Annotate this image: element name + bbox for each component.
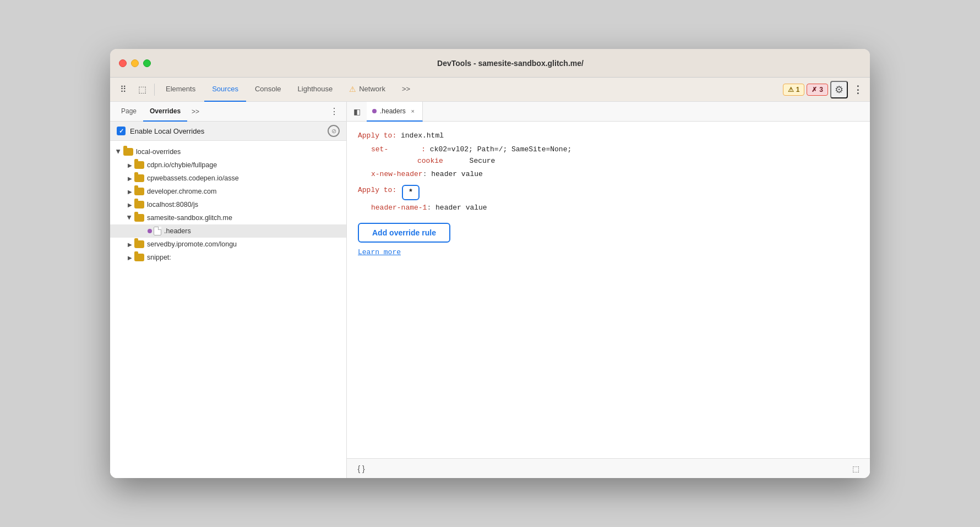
- chevron-right-icon: ▶: [126, 240, 134, 249]
- tab-sources[interactable]: Sources: [204, 78, 246, 102]
- tree-item-snippet[interactable]: ▶ snippet:: [110, 251, 346, 264]
- panel-menu-button[interactable]: ⋮: [326, 104, 342, 119]
- code-colon: :: [427, 202, 435, 214]
- warning-badge-icon: ⚠: [788, 86, 794, 94]
- bottom-bar: { } ⬚: [347, 458, 870, 478]
- tree-item-label: .headers: [164, 227, 346, 235]
- code-line-5: header-name-1 : header value: [371, 202, 859, 214]
- warning-badge[interactable]: ⚠ 1: [783, 84, 805, 96]
- tree-item-label: snippet:: [147, 254, 346, 261]
- code-value: ck02=vl02; Path=/; SameSite=None;: [426, 144, 571, 156]
- format-button[interactable]: { }: [353, 461, 369, 476]
- tree-item-local-overrides[interactable]: ▶ local-overrides: [110, 145, 346, 158]
- error-badge[interactable]: ✗ 3: [807, 84, 828, 96]
- folder-icon: [123, 148, 133, 156]
- traffic-lights: [119, 59, 151, 67]
- tree-item-label: samesite-sandbox.glitch.me: [147, 214, 346, 222]
- block-icon[interactable]: ⊘: [328, 125, 340, 137]
- panel-tabs: Page Overrides >> ⋮: [110, 102, 346, 122]
- maximize-button[interactable]: [143, 59, 151, 67]
- tree-item-label: developer.chrome.com: [147, 188, 346, 195]
- error-badge-icon: ✗: [812, 86, 817, 94]
- network-warning-icon: ⚠: [349, 85, 356, 94]
- selector-icon[interactable]: ⠿: [115, 81, 132, 98]
- enable-overrides-label: Enable Local Overrides: [130, 127, 323, 135]
- modified-dot-icon: [372, 109, 377, 113]
- tree-item-samesite[interactable]: ▶ samesite-sandbox.glitch.me: [110, 211, 346, 224]
- chevron-right-icon: ▶: [126, 187, 134, 196]
- file-tree: ▶ local-overrides ▶ cdpn.io/chybie/fullp…: [110, 141, 346, 478]
- code-value: index.html: [401, 130, 444, 142]
- code-editor[interactable]: Apply to: index.html set- : ck02=vl02; P…: [347, 122, 870, 458]
- tab-page[interactable]: Page: [115, 102, 143, 122]
- tree-item-cpwebassets[interactable]: ▶ cpwebassets.codepen.io/asse: [110, 172, 346, 185]
- code-line-4: Apply to: *: [358, 185, 859, 200]
- code-keyword: cookie: [417, 156, 443, 167]
- tab-lighthouse[interactable]: Lighthouse: [290, 78, 341, 102]
- code-keyword: Apply to:: [358, 130, 401, 142]
- device-icon[interactable]: ⬚: [133, 81, 151, 98]
- close-button[interactable]: [119, 59, 127, 67]
- folder-icon: [134, 254, 144, 261]
- editor-tabs: ◧ .headers ×: [347, 102, 870, 122]
- main-area: Page Overrides >> ⋮ Enable Local Overrid…: [110, 102, 870, 478]
- close-tab-button[interactable]: ×: [409, 107, 417, 115]
- window-title: DevTools - samesite-sandbox.glitch.me/: [160, 59, 861, 68]
- code-value: header value: [435, 202, 487, 214]
- editor-tab-headers[interactable]: .headers ×: [367, 102, 423, 122]
- tab-more[interactable]: >>: [394, 78, 418, 102]
- folder-icon: [134, 240, 144, 248]
- code-value: header value: [431, 169, 483, 180]
- right-panel: ◧ .headers × Apply to: index.html: [347, 102, 870, 478]
- tree-item-localhost[interactable]: ▶ localhost:8080/js: [110, 198, 346, 211]
- title-bar: DevTools - samesite-sandbox.glitch.me/: [110, 49, 870, 78]
- code-keyword: x-new-header: [371, 169, 423, 180]
- minimize-button[interactable]: [131, 59, 139, 67]
- tab-more-panel[interactable]: >>: [187, 108, 204, 116]
- code-line-3: x-new-header : header value: [371, 169, 859, 180]
- folder-icon: [134, 214, 144, 222]
- modified-dot-icon: [148, 229, 152, 233]
- code-value: Secure: [465, 156, 496, 167]
- tree-item-label: cpwebassets.codepen.io/asse: [147, 174, 346, 182]
- file-icon: [154, 227, 161, 235]
- toolbar-right: ⚠ 1 ✗ 3 ⚙ ⋮: [783, 81, 865, 98]
- spacer: [139, 227, 148, 235]
- more-options-button[interactable]: ⋮: [850, 82, 865, 97]
- code-keyword: set-: [371, 144, 388, 156]
- tab-overrides[interactable]: Overrides: [143, 102, 187, 122]
- tree-item-developer-chrome[interactable]: ▶ developer.chrome.com: [110, 185, 346, 198]
- tree-item-label: localhost:8080/js: [147, 201, 346, 208]
- tree-item-servedby[interactable]: ▶ servedby.ipromote.com/longu: [110, 238, 346, 251]
- chevron-down-icon: ▶: [115, 147, 123, 156]
- tab-elements[interactable]: Elements: [158, 78, 203, 102]
- editor-tab-label: .headers: [380, 107, 406, 115]
- asterisk-input[interactable]: *: [402, 185, 420, 200]
- toolbar-divider: [154, 84, 155, 96]
- code-keyword: Apply to:: [358, 185, 401, 196]
- top-toolbar: ⠿ ⬚ Elements Sources Console Lighthouse …: [110, 78, 870, 102]
- settings-button[interactable]: ⚙: [830, 81, 848, 98]
- snapshot-icon: ⬚: [852, 464, 859, 473]
- chevron-right-icon: ▶: [126, 253, 134, 262]
- tree-item-label: local-overrides: [136, 148, 346, 156]
- folder-icon: [134, 174, 144, 182]
- chevron-down-icon: ▶: [126, 213, 134, 222]
- tree-item-cdpn[interactable]: ▶ cdpn.io/chybie/fullpage: [110, 158, 346, 172]
- learn-more-link[interactable]: Learn more: [358, 247, 401, 259]
- snapshot-button[interactable]: ⬚: [848, 461, 863, 476]
- code-keyword-colon: :: [421, 144, 426, 156]
- enable-overrides-checkbox[interactable]: [117, 127, 126, 135]
- code-line-2: set- : ck02=vl02; Path=/; SameSite=None;: [358, 144, 859, 156]
- tree-item-label: cdpn.io/chybie/fullpage: [147, 161, 346, 169]
- chevron-right-icon: ▶: [126, 200, 134, 209]
- tab-console[interactable]: Console: [247, 78, 289, 102]
- add-override-rule-button[interactable]: Add override rule: [358, 223, 450, 243]
- tree-item-label: servedby.ipromote.com/longu: [147, 240, 346, 248]
- tab-network[interactable]: ⚠ Network: [341, 78, 393, 102]
- folder-icon: [134, 201, 144, 208]
- chevron-right-icon: ▶: [126, 161, 134, 169]
- tree-item-headers-file[interactable]: .headers: [110, 224, 346, 238]
- code-line-1: Apply to: index.html: [358, 130, 859, 142]
- sidebar-toggle-button[interactable]: ◧: [349, 104, 364, 119]
